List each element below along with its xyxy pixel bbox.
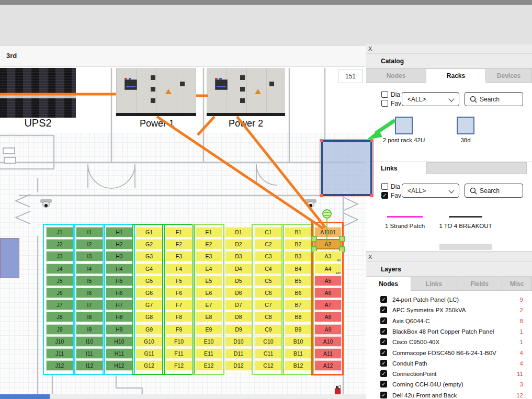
rack-cell-D8[interactable]: D8 xyxy=(225,312,252,322)
rack-cell-F7[interactable]: F7 xyxy=(165,300,193,310)
rack-cell-F4[interactable]: F4 xyxy=(165,264,193,274)
rack-cell-F5[interactable]: F5 xyxy=(165,276,193,286)
rack-cell-E10[interactable]: E10 xyxy=(195,336,222,347)
rack-cell-G5[interactable]: G5 xyxy=(135,276,163,286)
rack-cell-A10[interactable]: A10 xyxy=(314,336,342,347)
catalog-item-thumb[interactable] xyxy=(395,117,413,134)
rack-cell-E11[interactable]: E11 xyxy=(195,348,222,359)
tab-catalog-devices[interactable]: Devices xyxy=(486,69,532,83)
power2-photo[interactable] xyxy=(207,68,285,116)
tab-layers-nodes[interactable]: Nodes xyxy=(366,277,411,291)
catalog-close-icon[interactable]: X xyxy=(368,45,372,52)
rack-cell-H4[interactable]: H4 xyxy=(106,264,133,274)
power1-photo[interactable] xyxy=(116,68,196,116)
rack-cell-H12[interactable]: H12 xyxy=(106,360,133,371)
rack-cell-I5[interactable]: I5 xyxy=(76,276,103,286)
rack-cell-B7[interactable]: B7 xyxy=(285,300,312,310)
rack-cell-I12[interactable]: I12 xyxy=(76,360,103,371)
rack-cell-A9[interactable]: A9 xyxy=(314,324,342,335)
camera-node[interactable] xyxy=(40,199,52,209)
rack-cell-G12[interactable]: G12 xyxy=(135,360,163,371)
layer-checkbox[interactable]: ✓ xyxy=(380,360,387,367)
rack-cell-I8[interactable]: I8 xyxy=(76,312,103,322)
layer-checkbox[interactable]: ✓ xyxy=(380,349,387,356)
rack-cell-G1[interactable]: G1 xyxy=(135,227,163,237)
rack-cell-C2[interactable]: C2 xyxy=(255,239,282,249)
rack-cell-D4[interactable]: D4 xyxy=(225,264,252,274)
rack-cell-J7[interactable]: J7 xyxy=(46,300,73,310)
rack-cell-C12[interactable]: C12 xyxy=(255,360,282,371)
rack-cell-F1[interactable]: F1 xyxy=(165,227,193,237)
rack-cell-H7[interactable]: H7 xyxy=(106,300,133,310)
selection-handle-tl[interactable] xyxy=(311,236,317,242)
rack-cell-B9[interactable]: B9 xyxy=(285,324,312,335)
rack-cell-I6[interactable]: I6 xyxy=(76,288,103,298)
rack-cell-H5[interactable]: H5 xyxy=(106,276,133,286)
rack-cell-H2[interactable]: H2 xyxy=(106,239,133,249)
catalog-item-thumb[interactable] xyxy=(457,117,474,134)
rack-cell-H10[interactable]: H10 xyxy=(106,336,133,347)
rack-cell-E9[interactable]: E9 xyxy=(195,324,222,335)
rack-cell-E7[interactable]: E7 xyxy=(195,300,222,310)
rack-cell-J5[interactable]: J5 xyxy=(46,276,73,286)
rack-cell-B6[interactable]: B6 xyxy=(285,288,312,298)
rack-cell-B5[interactable]: B5 xyxy=(285,276,312,286)
layer-checkbox[interactable]: ✓ xyxy=(380,317,387,324)
rack-cell-E12[interactable]: E12 xyxy=(195,360,222,371)
layer-checkbox[interactable]: ✓ xyxy=(380,392,387,398)
tab-layers-links[interactable]: Links xyxy=(411,277,457,291)
rack-cell-G3[interactable]: G3 xyxy=(135,251,163,261)
rack-cell-F9[interactable]: F9 xyxy=(165,324,193,335)
rack-cell-C6[interactable]: C6 xyxy=(255,288,282,298)
ups2-photo[interactable] xyxy=(0,68,76,118)
layer-checkbox[interactable]: ✓ xyxy=(380,296,387,303)
rack-cell-G9[interactable]: G9 xyxy=(135,324,163,335)
links-dia-checkbox[interactable] xyxy=(381,183,388,190)
rack-cell-I1[interactable]: I1 xyxy=(76,227,103,237)
rack-cell-A6[interactable]: A6 xyxy=(314,288,342,298)
rack-cell-H9[interactable]: H9 xyxy=(106,324,133,335)
rack-cell-C8[interactable]: C8 xyxy=(255,312,282,322)
rack-cell-I11[interactable]: I11 xyxy=(76,348,103,359)
rack-cell-J2[interactable]: J2 xyxy=(46,239,73,249)
rack-cell-C11[interactable]: C11 xyxy=(255,348,282,359)
tab-catalog-nodes[interactable]: Nodes xyxy=(366,69,426,83)
rack-cell-I4[interactable]: I4 xyxy=(76,264,103,274)
rack-cell-D3[interactable]: D3 xyxy=(225,251,252,261)
rack-cell-A1101[interactable]: A1101 xyxy=(314,227,342,237)
rack-cell-A4[interactable]: A4EM xyxy=(314,264,342,274)
catalog-filter-dropdown[interactable]: <ALL> xyxy=(402,92,459,106)
rack-cell-J12[interactable]: J12 xyxy=(46,360,73,371)
catalog-search-input[interactable]: Search xyxy=(465,92,523,106)
rack-cell-I10[interactable]: I10 xyxy=(76,336,103,347)
rack-cell-F3[interactable]: F3 xyxy=(165,251,193,261)
rack-cell-B4[interactable]: B4 xyxy=(285,264,312,274)
rack-cell-A8[interactable]: A8 xyxy=(314,312,342,322)
rack-cell-D9[interactable]: D9 xyxy=(225,324,252,335)
layer-checkbox[interactable]: ✓ xyxy=(380,370,387,377)
rack-cell-J9[interactable]: J9 xyxy=(46,324,73,335)
rack-cell-A11[interactable]: A11 xyxy=(314,348,342,359)
selected-rack-placement[interactable] xyxy=(321,140,372,196)
rack-cell-D6[interactable]: D6 xyxy=(225,288,252,298)
rack-cell-E8[interactable]: E8 xyxy=(195,312,222,322)
rack-cell-G7[interactable]: G7 xyxy=(135,300,163,310)
rack-cell-F2[interactable]: F2 xyxy=(165,239,193,249)
rack-cell-C10[interactable]: C10 xyxy=(255,336,282,347)
rack-cell-F12[interactable]: F12 xyxy=(165,360,193,371)
rack-cell-B11[interactable]: B11 xyxy=(285,348,312,359)
rack-cell-D11[interactable]: D11 xyxy=(225,348,252,359)
rack-cell-H11[interactable]: H11 xyxy=(106,348,133,359)
rack-cell-C9[interactable]: C9 xyxy=(255,324,282,335)
rack-cell-B1[interactable]: B1 xyxy=(285,227,312,237)
links-title[interactable]: Links xyxy=(381,165,397,172)
rack-cell-H6[interactable]: H6 xyxy=(106,288,133,298)
rack-cell-E1[interactable]: E1 xyxy=(195,227,222,237)
canvas-hscrollbar-thumb[interactable] xyxy=(0,394,50,399)
rack-cell-G8[interactable]: G8 xyxy=(135,312,163,322)
rack-cell-D2[interactable]: D2 xyxy=(225,239,252,249)
rack-cell-I2[interactable]: I2 xyxy=(76,239,103,249)
rack-cell-B12[interactable]: B12 xyxy=(285,360,312,371)
layer-checkbox[interactable]: ✓ xyxy=(380,306,387,313)
layer-checkbox[interactable]: ✓ xyxy=(380,328,387,335)
